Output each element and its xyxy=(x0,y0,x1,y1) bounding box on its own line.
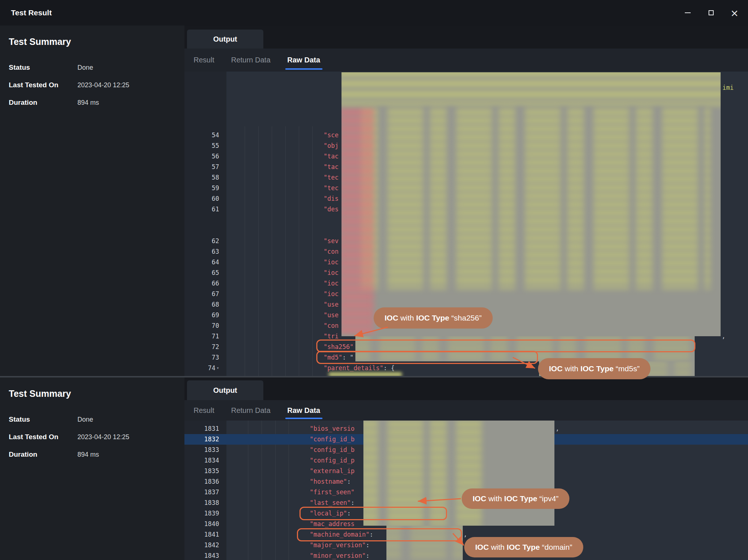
code-text: "hostname": xyxy=(226,476,351,487)
json-key: "config_id_b xyxy=(310,446,355,453)
tab-strip: Output xyxy=(184,26,748,49)
subtab-raw-data[interactable]: Raw Data xyxy=(287,406,320,415)
json-key: "config_id_p xyxy=(310,457,355,464)
line-number: 1831 xyxy=(184,423,226,434)
subtab-return-data[interactable]: Return Data xyxy=(231,406,271,415)
callout-text: IOC xyxy=(549,364,562,373)
line-number: 1843 xyxy=(184,551,226,560)
maximize-button[interactable] xyxy=(706,7,717,18)
window-controls: × xyxy=(682,0,740,26)
line-number: 73 xyxy=(184,352,226,363)
code-line[interactable]: 1841"machine_domain":, xyxy=(184,529,748,540)
code-text: "sce xyxy=(226,130,339,141)
code-text: "config_id_b xyxy=(226,434,355,445)
test-result-window: Test Result × Test Summary Status Done L… xyxy=(0,0,748,560)
callout-ioc-ipv4: IOC with IOC Type “ipv4” xyxy=(462,488,569,509)
code-text: "ioc xyxy=(226,289,339,299)
callout-text: IOC xyxy=(385,314,398,322)
callout-text: with xyxy=(398,314,416,322)
json-key: "con xyxy=(324,248,339,255)
last-tested-label: Last Tested On xyxy=(9,81,77,89)
line-number: 1835 xyxy=(184,466,226,476)
code-text: "des xyxy=(226,204,339,215)
subtab-result[interactable]: Result xyxy=(194,56,214,64)
status-value: Done xyxy=(77,64,93,72)
line-number: 1841 xyxy=(184,529,226,540)
callout-ioc-sha256: IOC with IOC Type “sha256” xyxy=(374,307,493,329)
code-text: "config_id_b xyxy=(226,445,355,455)
code-text: "con xyxy=(226,246,339,257)
json-punctuation: : xyxy=(351,499,355,506)
test-summary-heading: Test Summary xyxy=(9,388,71,399)
subtab-bar: Result Return Data Raw Data xyxy=(184,400,748,421)
line-number: 1832 xyxy=(184,434,226,445)
minimize-icon xyxy=(685,12,691,13)
json-key: "tac xyxy=(324,153,339,160)
callout-text: IOC Type xyxy=(507,543,540,552)
summary-row-last-tested: Last Tested On 2023-04-20 12:25 xyxy=(9,81,173,89)
blurred-text-ghost xyxy=(361,107,710,289)
line-number xyxy=(184,215,226,225)
line-number: 56 xyxy=(184,151,226,162)
json-key: "des xyxy=(324,206,339,213)
subtab-raw-data[interactable]: Raw Data xyxy=(287,56,320,64)
callout-ioc-md5s: IOC with IOC Type “md5s” xyxy=(538,358,650,379)
maximize-icon xyxy=(709,10,714,15)
code-text: "config_id_p xyxy=(226,455,355,466)
redacted-blur-region xyxy=(341,72,721,336)
line-number: 1839 xyxy=(184,508,226,519)
code-text: "sev xyxy=(226,236,339,246)
status-label: Status xyxy=(9,64,77,72)
json-punctuation: : xyxy=(366,541,370,549)
line-number: 62 xyxy=(184,236,226,246)
fold-arrow-icon[interactable]: ▾ xyxy=(217,365,219,371)
subtab-result[interactable]: Result xyxy=(194,406,214,415)
code-text: "use xyxy=(226,299,339,310)
tab-output[interactable]: Output xyxy=(187,380,263,400)
line-number xyxy=(184,225,226,236)
json-key: "tec xyxy=(324,174,339,181)
last-tested-label: Last Tested On xyxy=(9,433,77,441)
callout-text: IOC Type xyxy=(416,314,449,322)
summary-row-status: Status Done xyxy=(9,415,173,423)
minimize-button[interactable] xyxy=(682,7,693,18)
json-key: "tac xyxy=(324,163,339,170)
line-number: 58 xyxy=(184,172,226,183)
line-number: 68 xyxy=(184,299,226,310)
duration-label: Duration xyxy=(9,99,77,107)
callout-text: “ipv4” xyxy=(537,494,558,503)
line-number: 54 xyxy=(184,130,226,141)
line-number: 67 xyxy=(184,289,226,299)
line-number: 63 xyxy=(184,246,226,257)
subtab-return-data[interactable]: Return Data xyxy=(231,56,271,64)
tab-output[interactable]: Output xyxy=(187,30,263,49)
callout-ioc-domain: IOC with IOC Type “domain” xyxy=(464,537,583,557)
test-summary-heading: Test Summary xyxy=(9,37,71,47)
json-key: "external_ip xyxy=(310,467,355,475)
code-text: "major_version": xyxy=(226,540,370,551)
json-key: "bios_versio xyxy=(310,425,355,432)
line-number: 1836 xyxy=(184,476,226,487)
ioc-outline-sha256 xyxy=(316,340,695,352)
callout-text: “md5s” xyxy=(614,364,640,373)
callout-text: IOC Type xyxy=(580,364,614,373)
line-number: 1842 xyxy=(184,540,226,551)
json-key: "sev xyxy=(324,237,339,245)
line-number: 66 xyxy=(184,278,226,289)
ioc-outline-machine-domain xyxy=(297,528,462,541)
blurred-text-ghost xyxy=(341,107,374,336)
summary-row-status: Status Done xyxy=(9,64,173,72)
close-button[interactable]: × xyxy=(729,7,740,18)
json-key: "major_version" xyxy=(310,541,366,549)
code-edge-fragment: imi xyxy=(722,84,734,91)
json-punctuation: : xyxy=(347,478,351,485)
line-number: 69 xyxy=(184,310,226,321)
code-text: "parent_details": { xyxy=(226,363,394,373)
json-key: "first_seen" xyxy=(310,488,355,496)
json-punctuation: , xyxy=(463,529,467,540)
code-text: "first_seen" xyxy=(226,487,355,498)
line-number: 64 xyxy=(184,257,226,268)
json-key: "mac_address xyxy=(310,520,355,528)
code-text: "tac xyxy=(226,162,339,172)
json-key: "con xyxy=(324,322,339,329)
